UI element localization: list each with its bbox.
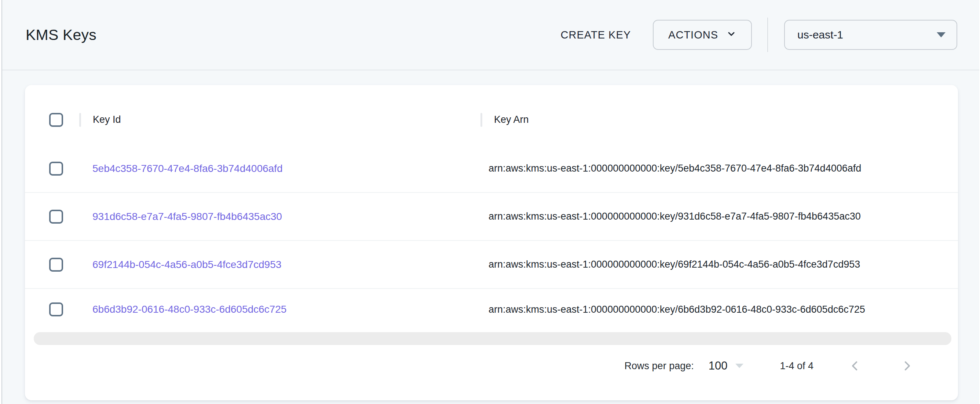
column-header-key-id[interactable]: Key Id xyxy=(79,113,480,127)
page-title: KMS Keys xyxy=(25,26,97,44)
select-all-cell xyxy=(25,113,79,127)
key-arn-cell: arn:aws:kms:us-east-1:000000000000:key/5… xyxy=(480,163,958,174)
row-checkbox[interactable] xyxy=(49,302,63,317)
key-id-link[interactable]: 5eb4c358-7670-47e4-8fa6-3b74d4006afd xyxy=(92,163,282,174)
region-select-value: us-east-1 xyxy=(797,29,843,41)
rows-per-page-select[interactable]: 100 xyxy=(709,359,744,372)
column-resize-handle-icon[interactable] xyxy=(480,113,482,127)
key-id-link[interactable]: 6b6d3b92-0616-48c0-933c-6d605dc6c725 xyxy=(92,304,286,315)
rows-per-page-arrow-icon xyxy=(735,364,743,368)
key-id-cell: 931d6c58-e7a7-4fa5-9807-fb4b6435ac30 xyxy=(79,211,480,223)
table-row: 5eb4c358-7670-47e4-8fa6-3b74d4006afd arn… xyxy=(25,145,958,193)
page-header: KMS Keys CREATE KEY ACTIONS us-east-1 xyxy=(2,0,979,70)
pagination: Rows per page: 100 1-4 of 4 xyxy=(25,355,958,377)
table-row: 6b6d3b92-0616-48c0-933c-6d605dc6c725 arn… xyxy=(25,289,958,330)
column-header-label: Key Arn xyxy=(494,114,529,126)
select-all-checkbox[interactable] xyxy=(49,113,63,127)
dropdown-arrow-icon xyxy=(937,32,945,37)
row-checkbox-cell xyxy=(25,258,79,272)
row-checkbox[interactable] xyxy=(49,210,63,224)
key-id-link[interactable]: 69f2144b-054c-4a56-a0b5-4fce3d7cd953 xyxy=(92,259,281,270)
next-page-button[interactable] xyxy=(896,355,918,377)
chevron-down-icon xyxy=(726,29,737,41)
pagination-range-label: 1-4 of 4 xyxy=(780,360,813,372)
key-arn-cell: arn:aws:kms:us-east-1:000000000000:key/6… xyxy=(480,304,958,315)
header-divider xyxy=(767,17,768,52)
header-actions: CREATE KEY ACTIONS us-east-1 xyxy=(551,17,957,52)
key-id-cell: 69f2144b-054c-4a56-a0b5-4fce3d7cd953 xyxy=(79,259,480,270)
row-checkbox-cell xyxy=(25,162,79,176)
key-arn-cell: arn:aws:kms:us-east-1:000000000000:key/6… xyxy=(480,259,958,270)
key-arn-cell: arn:aws:kms:us-east-1:000000000000:key/9… xyxy=(480,211,958,222)
create-key-button[interactable]: CREATE KEY xyxy=(551,22,641,48)
rows-per-page-label: Rows per page: xyxy=(625,360,694,372)
row-checkbox[interactable] xyxy=(49,258,63,272)
kms-keys-table-card: Key Id Key Arn 5eb4c358-7670-47e4-8fa6-3… xyxy=(25,85,958,400)
column-resize-handle-icon[interactable] xyxy=(79,113,81,127)
actions-button-label: ACTIONS xyxy=(668,29,718,41)
chevron-right-icon xyxy=(899,358,915,374)
key-id-link[interactable]: 931d6c58-e7a7-4fa5-9807-fb4b6435ac30 xyxy=(92,211,282,222)
table-row: 931d6c58-e7a7-4fa5-9807-fb4b6435ac30 arn… xyxy=(25,193,958,241)
row-checkbox[interactable] xyxy=(49,162,63,176)
table-row: 69f2144b-054c-4a56-a0b5-4fce3d7cd953 arn… xyxy=(25,241,958,289)
actions-button[interactable]: ACTIONS xyxy=(653,20,752,50)
key-id-cell: 5eb4c358-7670-47e4-8fa6-3b74d4006afd xyxy=(79,163,480,175)
page: KMS Keys CREATE KEY ACTIONS us-east-1 xyxy=(2,0,979,404)
rows-per-page-value: 100 xyxy=(709,359,728,372)
chevron-left-icon xyxy=(847,358,862,374)
key-id-cell: 6b6d3b92-0616-48c0-933c-6d605dc6c725 xyxy=(79,304,480,315)
row-checkbox-cell xyxy=(25,210,79,224)
row-checkbox-cell xyxy=(25,302,79,317)
table-header-row: Key Id Key Arn xyxy=(25,85,958,145)
column-header-label: Key Id xyxy=(93,114,121,126)
horizontal-scrollbar[interactable] xyxy=(34,332,951,345)
previous-page-button[interactable] xyxy=(844,355,865,377)
column-header-key-arn[interactable]: Key Arn xyxy=(480,113,958,127)
region-select[interactable]: us-east-1 xyxy=(784,20,957,50)
